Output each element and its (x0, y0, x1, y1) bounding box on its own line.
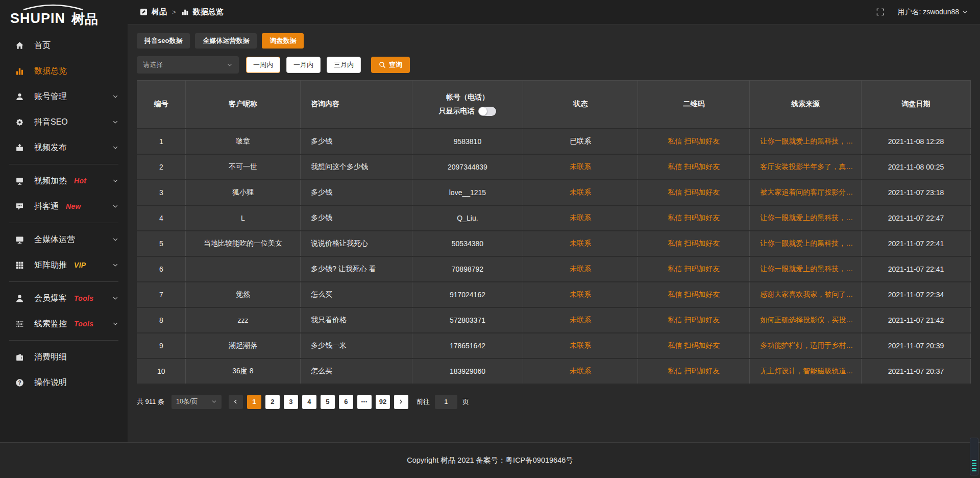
sidebar-item-label: 矩阵助推 (34, 260, 67, 271)
cell-qrcode-links[interactable]: 私信 扫码加好友 (638, 180, 750, 205)
cell-account: 70898792 (412, 256, 523, 282)
sidebar-item-data-overview[interactable]: 数据总览 (0, 58, 128, 84)
sidebar-item-video-heat[interactable]: 视频加热Hot (0, 168, 128, 194)
cell-account: 183929060 (412, 358, 523, 384)
cell-account: 50534380 (412, 231, 523, 256)
page-button-5[interactable]: 5 (321, 395, 335, 409)
sidebar-item-instructions[interactable]: ?操作说明 (0, 370, 128, 395)
sidebar-item-lead-monitor[interactable]: 线索监控Tools (0, 311, 128, 337)
column-account: 帐号（电话） 只显示电话 (412, 81, 523, 129)
page-button-3[interactable]: 3 (284, 395, 298, 409)
sidebar-item-home[interactable]: 首页 (0, 33, 128, 58)
sidebar-item-account-management[interactable]: 账号管理 (0, 84, 128, 109)
cell-account: Q_Liu. (412, 205, 523, 231)
chevron-down-icon[interactable] (962, 9, 968, 15)
cell-content: 怎么买 (301, 282, 412, 307)
sidebar-item-badge: New (66, 202, 81, 210)
page-button-4[interactable]: 4 (302, 395, 316, 409)
table-row: 8zzz我只看价格572803371未联系私信 扫码加好友如何正确选择投影仪，买… (137, 307, 971, 333)
chevron-down-icon (112, 295, 118, 301)
cell-nickname: L (185, 205, 300, 231)
cell-qrcode-links[interactable]: 私信 扫码加好友 (638, 256, 750, 282)
cell-source-link[interactable]: 感谢大家喜欢我家，被问了好... (750, 282, 862, 307)
cell-source-link[interactable]: 多功能护栏灯，适用于乡村文... (750, 333, 862, 358)
column-qrcode: 二维码 (638, 81, 750, 129)
sidebar-item-media-operations[interactable]: 全媒体运营 (0, 227, 128, 252)
cell-source-link[interactable]: 如何正确选择投影仪，买投影... (750, 307, 862, 333)
cell-qrcode-links[interactable]: 私信 扫码加好友 (638, 205, 750, 231)
prev-page-button[interactable] (229, 395, 243, 409)
tab-douyin-seo-data[interactable]: 抖音seo数据 (137, 33, 190, 49)
page-size-select[interactable]: 10条/页 (172, 395, 222, 409)
sidebar-item-member-baoke[interactable]: 会员爆客Tools (0, 285, 128, 311)
cell-no: 2 (137, 154, 186, 180)
chevron-down-icon (112, 145, 118, 151)
search-button[interactable]: 查询 (371, 57, 410, 73)
cell-account: 9583810 (412, 129, 523, 154)
content: 抖音seo数据全媒体运营数据询盘数据 请选择 一周内一月内三月内 查询 (128, 25, 980, 409)
cell-qrcode-links[interactable]: 私信 扫码加好友 (638, 129, 750, 154)
table-row: 4L多少钱Q_Liu.未联系私信 扫码加好友让你一眼就爱上的黑科技，能...20… (137, 205, 971, 231)
sidebar-item-badge: Hot (74, 177, 86, 185)
cell-source-link[interactable]: 让你一眼就爱上的黑科技，能... (750, 129, 862, 154)
cell-source-link[interactable]: 客厅安装投影半年多了，真实... (750, 154, 862, 180)
chevron-right-icon (398, 399, 404, 404)
widget-stripes (972, 460, 976, 473)
select-placeholder: 请选择 (143, 60, 163, 69)
monitor-icon (15, 235, 24, 244)
pagination-ellipsis[interactable]: ••• (357, 395, 372, 409)
next-page-button[interactable] (394, 395, 408, 409)
cell-qrcode-links[interactable]: 私信 扫码加好友 (638, 282, 750, 307)
cell-status: 未联系 (523, 333, 638, 358)
chevron-down-icon (112, 321, 118, 327)
cell-source-link[interactable]: 无主灯设计，智能磁吸轨道灯... (750, 358, 862, 384)
pagination-total: 共 911 条 (137, 397, 164, 407)
cell-content: 多少钱 (301, 180, 412, 205)
username[interactable]: 用户名: zswodun88 (897, 8, 959, 17)
page-button-2[interactable]: 2 (265, 395, 280, 409)
page-button-1[interactable]: 1 (247, 395, 261, 409)
sidebar-item-badge: Tools (74, 320, 93, 328)
cell-nickname: 狐小狸 (185, 180, 300, 205)
tab-inquiry-data[interactable]: 询盘数据 (262, 33, 304, 49)
range-one-month[interactable]: 一月内 (286, 57, 321, 73)
cell-qrcode-links[interactable]: 私信 扫码加好友 (638, 307, 750, 333)
cell-qrcode-links[interactable]: 私信 扫码加好友 (638, 231, 750, 256)
fullscreen-icon[interactable] (876, 8, 884, 16)
chat-icon (15, 202, 24, 211)
cell-source-link[interactable]: 让你一眼就爱上的黑科技，能... (750, 256, 862, 282)
cell-status: 未联系 (523, 282, 638, 307)
sidebar-item-label: 操作说明 (34, 377, 67, 388)
range-one-week[interactable]: 一周内 (246, 57, 280, 73)
range-three-months[interactable]: 三月内 (327, 57, 361, 73)
sidebar-item-label: 视频发布 (34, 142, 67, 153)
cell-qrcode-links[interactable]: 私信 扫码加好友 (638, 358, 750, 384)
cell-source-link[interactable]: 被大家追着问的客厅投影分享... (750, 180, 862, 205)
column-nickname: 客户呢称 (185, 81, 300, 129)
chevron-down-icon (112, 119, 118, 125)
tab-media-operations-data[interactable]: 全媒体运营数据 (195, 33, 257, 49)
sidebar-item-douketong[interactable]: 抖客通New (0, 194, 128, 219)
sidebar-item-label: 视频加热 (34, 176, 67, 186)
sidebar-item-video-publish[interactable]: 视频发布 (0, 135, 128, 160)
toggle-knob (479, 107, 487, 115)
cell-date: 2021-11-07 22:34 (862, 282, 971, 307)
cell-no: 6 (137, 256, 186, 282)
page-button-6[interactable]: 6 (339, 395, 353, 409)
sidebar-item-douyin-seo[interactable]: 抖音SEO (0, 109, 128, 135)
cell-source-link[interactable]: 让你一眼就爱上的黑科技，能... (750, 231, 862, 256)
phone-only-toggle[interactable] (478, 107, 496, 116)
page-button-92[interactable]: 92 (376, 395, 390, 409)
sidebar-item-consumption-detail[interactable]: 消费明细 (0, 344, 128, 370)
filter-select[interactable]: 请选择 (137, 56, 239, 74)
cell-qrcode-links[interactable]: 私信 扫码加好友 (638, 333, 750, 358)
jump-page-input[interactable] (435, 395, 457, 409)
breadcrumb-item-home[interactable]: 树品 (152, 7, 167, 17)
cell-qrcode-links[interactable]: 私信 扫码加好友 (638, 154, 750, 180)
floating-widget[interactable] (970, 438, 978, 475)
app-logo[interactable]: SHUPIN 树品 (0, 0, 128, 29)
sidebar-item-matrix-boost[interactable]: 矩阵助推VIP (0, 252, 128, 278)
cell-source-link[interactable]: 让你一眼就爱上的黑科技，能... (750, 205, 862, 231)
cell-account: 178651642 (412, 333, 523, 358)
inquiry-table: 编号 客户呢称 咨询内容 帐号（电话） 只显示电话 状态 (137, 80, 971, 385)
